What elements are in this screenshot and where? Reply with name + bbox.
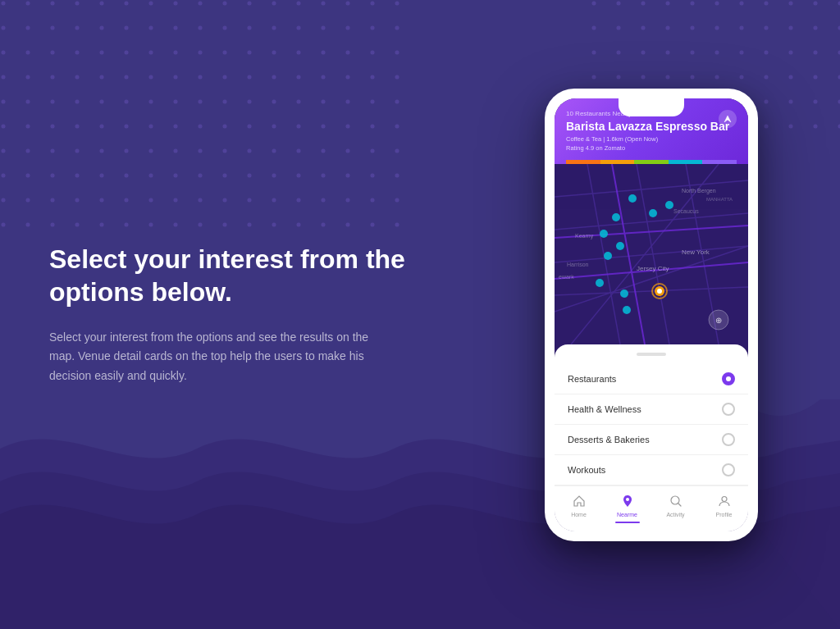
svg-point-33 <box>665 201 673 209</box>
item-label-health: Health & Wellness <box>568 404 641 414</box>
item-label-desserts: Desserts & Bakeries <box>568 435 650 444</box>
svg-line-41 <box>678 504 681 506</box>
sub-description: Select your interest from the options an… <box>49 328 377 386</box>
svg-text:Harrison: Harrison <box>567 262 589 267</box>
svg-point-28 <box>604 252 612 260</box>
svg-text:North Bergen: North Bergen <box>682 188 716 194</box>
color-strip <box>566 160 737 164</box>
svg-point-39 <box>626 498 629 501</box>
phone-frame: 10 Restaurants Near you Barista Lavazza … <box>545 89 758 541</box>
strip-cyan <box>669 160 703 164</box>
svg-point-40 <box>671 496 679 504</box>
map-area[interactable]: North Bergen Secaucus MANHATTA Kearny Ha… <box>555 164 748 344</box>
tab-profile[interactable]: Profile <box>700 493 748 523</box>
item-label-restaurants: Restaurants <box>568 374 616 384</box>
info-card-sub: Coffee & Tea | 1.6km (Open Now) <box>566 135 737 143</box>
tab-label-profile: Profile <box>716 512 733 517</box>
item-label-workouts: Workouts <box>568 465 605 475</box>
info-card-title: Barista Lavazza Espresso Bar <box>566 120 737 133</box>
svg-point-24 <box>628 194 637 203</box>
list-item[interactable]: Workouts <box>555 455 748 485</box>
strip-green <box>634 160 669 164</box>
main-heading: Select your interest from the options be… <box>49 243 410 308</box>
strip-yellow <box>600 160 635 164</box>
sheet-handle <box>637 353 666 356</box>
phone-notch <box>619 98 684 116</box>
tab-home[interactable]: Home <box>555 493 603 523</box>
activity-icon <box>668 493 684 509</box>
list-item[interactable]: Desserts & Bakeries <box>555 425 748 455</box>
svg-point-27 <box>616 242 624 250</box>
svg-point-36 <box>657 289 662 294</box>
phone-screen: 10 Restaurants Near you Barista Lavazza … <box>555 98 748 531</box>
radio-button-health[interactable] <box>722 403 735 416</box>
list-item[interactable]: Health & Wellness <box>555 394 748 425</box>
svg-point-31 <box>623 306 631 314</box>
radio-button-workouts[interactable] <box>722 463 735 476</box>
svg-point-29 <box>596 279 604 287</box>
tab-label-home: Home <box>571 512 587 517</box>
left-content-area: Select your interest from the options be… <box>49 243 410 386</box>
radio-inner <box>726 376 731 381</box>
tab-label-activity: Activity <box>666 512 684 517</box>
radio-button-restaurants[interactable] <box>722 372 735 385</box>
svg-point-25 <box>612 213 620 221</box>
tab-activity[interactable]: Activity <box>651 493 700 523</box>
svg-text:Secaucus: Secaucus <box>673 208 699 214</box>
strip-purple <box>702 160 737 164</box>
radio-button-desserts[interactable] <box>722 433 735 446</box>
home-icon <box>571 493 587 509</box>
svg-point-42 <box>722 496 727 501</box>
svg-text:⊕: ⊕ <box>715 316 722 325</box>
location-icon <box>619 493 636 509</box>
info-card-rating: Rating 4.9 on Zomato <box>566 144 737 152</box>
svg-point-30 <box>620 289 628 298</box>
svg-text:New York: New York <box>682 248 710 256</box>
list-item[interactable]: Restaurants <box>555 364 748 394</box>
phone-mockup: 10 Restaurants Near you Barista Lavazza … <box>545 89 758 541</box>
bottom-sheet: Restaurants Health & Wellness Desserts &… <box>555 344 748 531</box>
svg-text:ewark: ewark <box>559 274 574 280</box>
navigation-icon[interactable] <box>719 110 737 128</box>
strip-orange <box>566 160 600 164</box>
svg-point-26 <box>600 230 608 238</box>
svg-rect-1 <box>0 0 410 246</box>
profile-icon <box>716 493 733 509</box>
tab-label-nearme: Nearme <box>617 512 637 517</box>
svg-text:Jersey City: Jersey City <box>637 265 669 272</box>
tab-active-indicator <box>615 522 640 523</box>
tab-bar: Home Nearme <box>555 485 748 531</box>
tab-nearme[interactable]: Nearme <box>603 493 651 523</box>
svg-text:Kearny: Kearny <box>575 233 594 239</box>
svg-text:MANHATTA: MANHATTA <box>706 197 733 202</box>
svg-point-32 <box>649 209 657 217</box>
